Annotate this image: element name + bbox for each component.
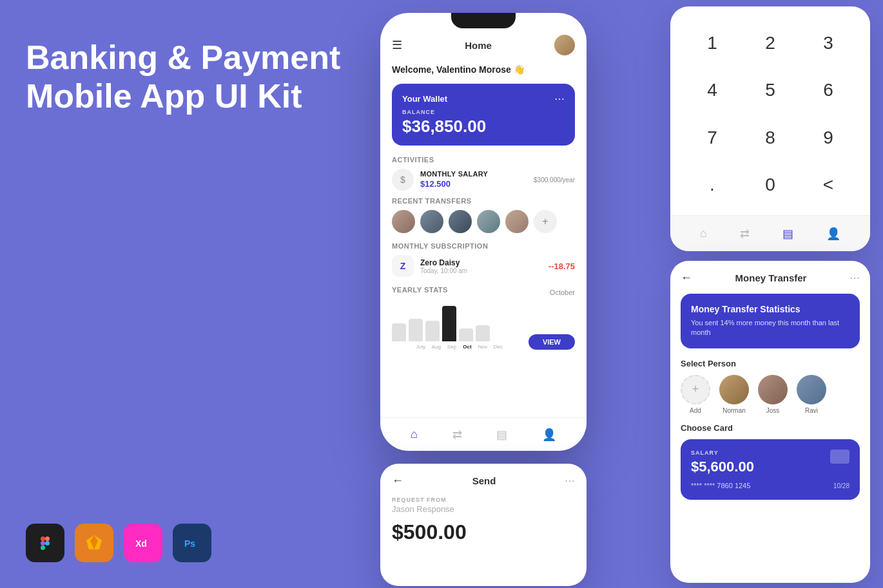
numpad-key-7[interactable]: 7 bbox=[683, 114, 741, 162]
view-button[interactable]: VIEW bbox=[529, 334, 575, 350]
numpad-key-9[interactable]: 9 bbox=[799, 114, 857, 162]
transfer-avatar-5[interactable] bbox=[505, 210, 529, 233]
person-norman-label: Norman bbox=[723, 407, 746, 414]
salary-info: MONTHLY SALARY $12.500 bbox=[420, 170, 527, 189]
person-joss[interactable]: Joss bbox=[758, 375, 788, 414]
phone-mockup: ☰ Home Welcome, Valentino Morose 👋 Your … bbox=[380, 13, 587, 451]
person-ravi[interactable]: Ravi bbox=[797, 375, 826, 414]
choose-card-label: Choose Card bbox=[681, 423, 860, 433]
bar-rect-july bbox=[392, 323, 406, 341]
person-ravi-label: Ravi bbox=[805, 407, 818, 414]
send-header: ← Send ⋯ bbox=[392, 474, 575, 488]
subscription-name: Zero Daisy bbox=[420, 258, 542, 267]
yearly-month: October bbox=[550, 289, 575, 296]
wallet-card: Your Wallet ⋯ BALANCE $36,850.00 bbox=[392, 84, 575, 146]
transfer-panel-header: ← Money Transfer ⋯ bbox=[681, 271, 860, 285]
transfer-back-icon[interactable]: ← bbox=[681, 271, 692, 285]
numpad-key-6[interactable]: 6 bbox=[799, 67, 857, 115]
send-title: Send bbox=[472, 475, 496, 486]
numpad-key-3[interactable]: 3 bbox=[799, 19, 857, 67]
welcome-text: Welcome, Valentino Morose 👋 bbox=[392, 64, 575, 75]
bar-rect-dec bbox=[476, 325, 490, 341]
numpad-grid: 123456789.0< bbox=[683, 19, 857, 209]
wallet-options-icon[interactable]: ⋯ bbox=[554, 93, 565, 105]
request-from-name: Jason Response bbox=[392, 504, 575, 514]
joss-avatar[interactable] bbox=[758, 375, 788, 404]
card-type: SALARY bbox=[691, 450, 849, 456]
norman-avatar[interactable] bbox=[719, 375, 749, 404]
wallet-balance: $36,850.00 bbox=[402, 117, 565, 137]
profile-nav-icon[interactable]: 👤 bbox=[542, 428, 556, 442]
bar-july bbox=[392, 323, 406, 341]
numpad-key-0[interactable]: 0 bbox=[741, 162, 799, 209]
bar-aug bbox=[409, 319, 423, 341]
card-display: SALARY $5,600.00 **** **** 7860 1245 10/… bbox=[681, 439, 860, 500]
svg-point-4 bbox=[45, 541, 50, 545]
numpad-key-1[interactable]: 1 bbox=[683, 19, 741, 67]
monthly-subscription-label: MONTHLY SUBSCRIPTION bbox=[392, 242, 575, 250]
salary-yearly: $300.000/year bbox=[534, 176, 575, 184]
hero-title: Banking & Payment Mobile App UI Kit bbox=[26, 39, 348, 116]
transfer-options-icon[interactable]: ⋯ bbox=[849, 272, 860, 284]
salary-icon: $ bbox=[392, 169, 414, 191]
card-number: **** **** 7860 1245 bbox=[691, 482, 849, 489]
numpad-key-backspace[interactable]: < bbox=[799, 162, 857, 209]
transfer-stats-title: Money Transfer Statistics bbox=[691, 304, 849, 314]
numpad-key-dot[interactable]: . bbox=[683, 162, 741, 209]
bar-sep bbox=[425, 321, 440, 341]
activities-label: Activities bbox=[392, 156, 575, 164]
bar-rect-aug bbox=[409, 319, 423, 341]
numpad-key-2[interactable]: 2 bbox=[741, 19, 799, 67]
subscription-amount: --18.75 bbox=[548, 261, 575, 271]
select-person-label: Select Person bbox=[681, 359, 860, 368]
sketch-icon bbox=[75, 524, 113, 562]
person-add[interactable]: + Add bbox=[681, 375, 710, 414]
salary-amount: $12.500 bbox=[420, 179, 451, 189]
transfer-nav-icon[interactable]: ⇄ bbox=[452, 428, 462, 442]
add-person-btn[interactable]: + bbox=[681, 375, 710, 404]
subscription-item: Z Zero Daisy Today, 10:00 am --18.75 bbox=[392, 255, 575, 277]
numpad-card-icon[interactable]: ▤ bbox=[782, 227, 793, 241]
send-amount: $500.00 bbox=[392, 520, 575, 544]
subscription-time: Today, 10:00 am bbox=[420, 267, 542, 274]
svg-text:Ps: Ps bbox=[184, 538, 195, 549]
figma-icon bbox=[26, 524, 64, 562]
send-options-icon[interactable]: ⋯ bbox=[565, 475, 575, 487]
transfer-avatar-4[interactable] bbox=[477, 210, 500, 233]
numpad-key-8[interactable]: 8 bbox=[741, 114, 799, 162]
transfer-avatar-2[interactable] bbox=[420, 210, 443, 233]
card-amount: $5,600.00 bbox=[691, 459, 849, 475]
numpad-body: 123456789.0< bbox=[670, 6, 870, 215]
svg-rect-2 bbox=[41, 541, 45, 545]
person-joss-label: Joss bbox=[766, 407, 780, 414]
numpad-key-4[interactable]: 4 bbox=[683, 67, 741, 115]
transfer-stats-card: Money Transfer Statistics You sent 14% m… bbox=[681, 294, 860, 348]
ravi-avatar[interactable] bbox=[797, 375, 826, 404]
send-panel: ← Send ⋯ REQUEST FROM Jason Response $50… bbox=[380, 464, 587, 586]
numpad-transfer-icon[interactable]: ⇄ bbox=[740, 227, 750, 241]
phone-bottom-nav: ⌂ ⇄ ▤ 👤 bbox=[380, 417, 587, 451]
numpad-profile-icon[interactable]: 👤 bbox=[826, 227, 840, 241]
yearly-stats-section: YEARLY STATS October JulyAugSepOctNovDec… bbox=[392, 286, 575, 350]
transfer-avatar-3[interactable] bbox=[449, 210, 472, 233]
transfer-add-btn[interactable]: + bbox=[534, 210, 557, 233]
card-nav-icon[interactable]: ▤ bbox=[496, 428, 507, 442]
send-back-icon[interactable]: ← bbox=[392, 474, 403, 488]
numpad-key-5[interactable]: 5 bbox=[741, 67, 799, 115]
user-avatar[interactable] bbox=[554, 35, 575, 55]
transfer-avatar-1[interactable] bbox=[392, 210, 415, 233]
person-add-label: Add bbox=[690, 407, 701, 414]
numpad-home-icon[interactable]: ⌂ bbox=[700, 227, 707, 240]
request-from-label: REQUEST FROM bbox=[392, 497, 575, 503]
tool-icons-row: Xd Ps bbox=[26, 524, 211, 562]
person-norman[interactable]: Norman bbox=[719, 375, 749, 414]
money-transfer-panel: ← Money Transfer ⋯ Money Transfer Statis… bbox=[670, 261, 870, 583]
transfer-panel-title: Money Transfer bbox=[735, 272, 807, 283]
yearly-stats-label: YEARLY STATS bbox=[392, 286, 448, 294]
subscription-info: Zero Daisy Today, 10:00 am bbox=[420, 258, 542, 274]
hamburger-icon[interactable]: ☰ bbox=[392, 38, 402, 52]
bar-chart bbox=[392, 303, 527, 341]
home-nav-icon[interactable]: ⌂ bbox=[411, 428, 418, 441]
xd-icon: Xd bbox=[124, 524, 162, 562]
numpad-panel: 123456789.0< ⌂ ⇄ ▤ 👤 bbox=[670, 6, 870, 251]
